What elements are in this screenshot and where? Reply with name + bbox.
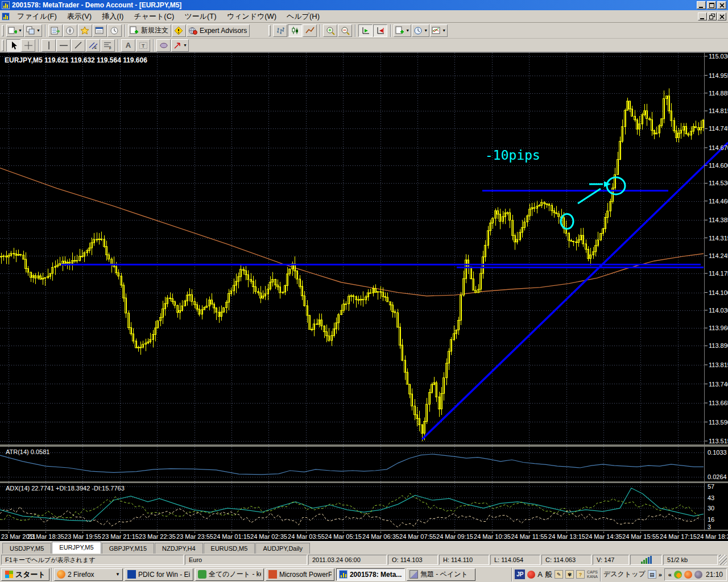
resize-grip[interactable] xyxy=(719,555,727,565)
new-order-button[interactable]: 新規注文 xyxy=(128,24,171,37)
panel-splitter[interactable] xyxy=(0,481,728,483)
menu-item[interactable]: ツール(T) xyxy=(179,10,221,22)
taskbar-window-button[interactable]: 2001578: Meta... ▼ xyxy=(336,568,405,581)
start-button[interactable]: スタート xyxy=(1,568,49,581)
chart-tab[interactable]: EURJPY,M5 xyxy=(52,542,101,554)
fibonacci-button[interactable]: F xyxy=(101,39,115,52)
data-window-button[interactable] xyxy=(78,24,92,37)
market-watch-button[interactable] xyxy=(48,24,63,37)
periods-button[interactable]: ▼ xyxy=(412,24,429,37)
ime-caps-kana[interactable]: CAPS KANA xyxy=(587,570,598,579)
close-button[interactable] xyxy=(717,1,726,9)
chart-window-icon[interactable] xyxy=(2,13,10,20)
menu-item[interactable]: ファイル(F) xyxy=(12,10,62,22)
svg-text:3: 3 xyxy=(708,523,711,530)
ime-pad-icon[interactable]: ✎ xyxy=(555,570,563,579)
menu-item[interactable]: チャート(C) xyxy=(129,10,179,22)
horizontal-line-button[interactable] xyxy=(56,39,71,52)
text-label-button[interactable]: T xyxy=(136,39,150,52)
ime-help-icon[interactable]: ? xyxy=(576,570,585,579)
child-minimize-button[interactable] xyxy=(698,13,707,20)
vertical-line-button[interactable] xyxy=(42,39,56,52)
tray-expand-chevron[interactable]: « xyxy=(668,571,672,578)
chevron-down-icon[interactable]: ▼ xyxy=(115,572,120,577)
arrows-button[interactable]: ▼ xyxy=(171,39,189,52)
zoom-out-button[interactable] xyxy=(338,24,352,37)
taskbar-window-button[interactable]: Microsoft PowerP... ▼ xyxy=(266,568,334,581)
chart-tab[interactable]: GBPJPY,M15 xyxy=(102,543,154,554)
time-axis[interactable]: 23 Mar 201123 Mar 18:3523 Mar 19:5523 Ma… xyxy=(1,531,728,540)
metaeditor-button[interactable] xyxy=(172,24,186,37)
profiles-button[interactable]: ▼ xyxy=(24,24,42,37)
chart-tab[interactable]: EURUSD,M5 xyxy=(204,543,255,554)
terminal-button[interactable] xyxy=(93,24,107,37)
menu-item[interactable]: 表示(V) xyxy=(62,10,97,22)
toolbar-more-chevron[interactable]: » xyxy=(659,571,662,578)
status-traffic: 51/2 kb xyxy=(663,555,718,565)
toolbar-grip[interactable] xyxy=(2,40,4,51)
taskbar-window-button[interactable]: 2 Firefox ▼ xyxy=(54,568,123,581)
status-high: H: 114.110 xyxy=(439,555,489,565)
panel-splitter xyxy=(0,530,728,531)
svg-text:24 Mar 11:55: 24 Mar 11:55 xyxy=(511,533,547,540)
new-chart-button[interactable]: ▼ xyxy=(6,24,24,37)
ime-tool-icon[interactable] xyxy=(527,571,535,579)
menu-item[interactable]: 挿入(I) xyxy=(97,10,129,22)
zoom-in-button[interactable] xyxy=(323,24,337,37)
annotation-text[interactable]: -10pips xyxy=(485,148,540,163)
trendline-button[interactable] xyxy=(71,39,85,52)
svg-text:114.885: 114.885 xyxy=(709,90,728,97)
ime-conversion-mode[interactable]: 般 xyxy=(545,569,552,580)
minimize-button[interactable] xyxy=(697,1,706,9)
taskbar-window-button[interactable]: PDIC for Win - Ei... ▼ xyxy=(125,568,193,581)
crosshair-button[interactable] xyxy=(21,39,35,52)
chevron-down-icon: ▼ xyxy=(36,28,40,32)
taskbar-window-button[interactable]: 全てのノート - ken... ▼ xyxy=(195,568,264,581)
svg-text:113.890: 113.890 xyxy=(709,342,728,349)
child-close-button[interactable] xyxy=(717,13,726,20)
panel-splitter[interactable] xyxy=(0,444,728,447)
chart-tab[interactable]: USDJPY,M5 xyxy=(2,543,51,554)
svg-text:24 Mar 18:35: 24 Mar 18:35 xyxy=(697,533,728,540)
task-buttons: 2 Firefox ▼ PDIC for Win - Ei... ▼ 全てのノー… xyxy=(54,568,475,581)
tray-opera-icon[interactable] xyxy=(684,571,692,579)
ime-dictionary-icon[interactable]: ✾ xyxy=(565,570,574,579)
line-chart-button[interactable] xyxy=(303,24,317,37)
svg-text:114.670: 114.670 xyxy=(709,144,728,151)
ime-language-badge[interactable]: JP xyxy=(515,569,525,579)
svg-text:24 Mar 02:35: 24 Mar 02:35 xyxy=(250,533,287,540)
text-button[interactable]: A xyxy=(121,39,135,52)
chart-tab[interactable]: NZDJPY,H4 xyxy=(155,543,202,554)
navigator-button[interactable] xyxy=(63,24,77,37)
channel-button[interactable]: E xyxy=(86,39,100,52)
templates-button[interactable]: ▼ xyxy=(394,24,411,37)
ellipse-button[interactable] xyxy=(156,39,171,52)
child-restore-button[interactable] xyxy=(708,13,717,20)
status-open: O: 114.103 xyxy=(388,555,438,565)
expert-advisors-button[interactable]: Expert Advisors xyxy=(187,24,250,37)
svg-text:24 Mar 17:15: 24 Mar 17:15 xyxy=(660,533,697,540)
chart-shift-button[interactable] xyxy=(373,24,387,37)
chart-tab[interactable]: AUDJPY,Daily xyxy=(255,543,310,554)
desktop-toolbar-label[interactable]: デスクトップ xyxy=(603,569,646,579)
chart-canvas[interactable]: -10pipsEURJPY,M5 119.621 119.632 119.564… xyxy=(0,53,728,542)
menu-item[interactable]: ヘルプ(H) xyxy=(282,10,325,22)
desktop-icon[interactable]: ▤ xyxy=(648,570,656,579)
menu-bar: ファイル(F)表示(V)挿入(I)チャート(C)ツール(T)ウィンドウ(W)ヘル… xyxy=(0,10,728,23)
tray-volume-icon[interactable] xyxy=(694,571,702,579)
maximize-button[interactable] xyxy=(707,1,716,9)
indicators-button[interactable]: ▼ xyxy=(430,24,448,37)
ime-input-mode[interactable]: A xyxy=(537,570,543,579)
bar-chart-button[interactable] xyxy=(273,24,287,37)
strategy-tester-button[interactable] xyxy=(107,24,122,37)
svg-text:24 Mar 01:15: 24 Mar 01:15 xyxy=(213,533,250,540)
menu-item[interactable]: ウィンドウ(W) xyxy=(222,10,282,22)
taskbar-window-button[interactable]: 無題 - ペイント ▼ xyxy=(407,568,475,581)
toolbar-grip[interactable] xyxy=(2,25,4,36)
cursor-button[interactable] xyxy=(6,39,20,52)
tray-update-icon[interactable] xyxy=(674,571,682,579)
chevron-down-icon: ▼ xyxy=(18,28,22,32)
candlestick-chart-button[interactable] xyxy=(288,24,302,37)
auto-scroll-button[interactable] xyxy=(358,24,373,37)
toolbar-grip[interactable] xyxy=(268,25,271,36)
